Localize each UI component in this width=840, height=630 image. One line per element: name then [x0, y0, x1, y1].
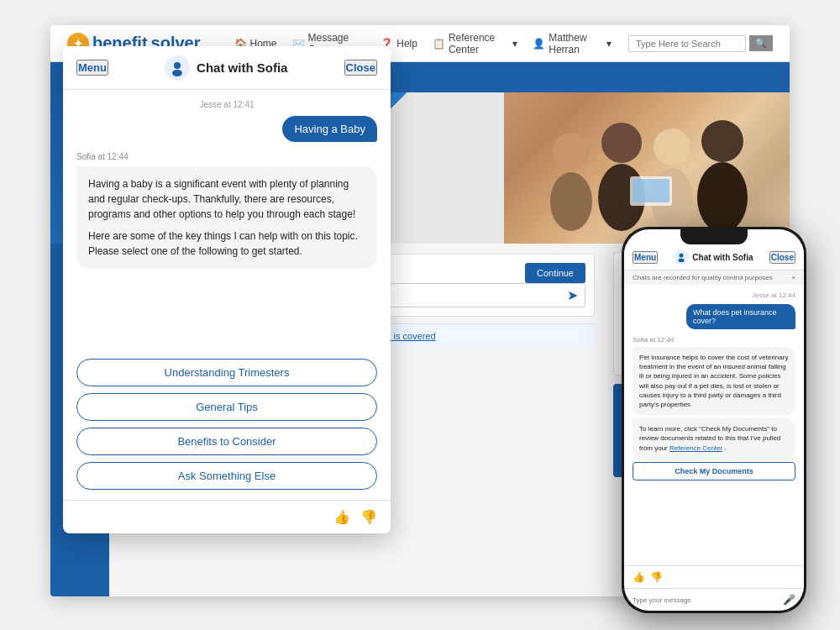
phone-chat-header: Menu Chat with Sofia Close [624, 244, 804, 270]
phone-notch [680, 229, 748, 244]
svg-point-13 [679, 259, 685, 263]
thumbs-down-button[interactable]: 👎 [360, 509, 377, 525]
sofia-paragraph-1: Having a baby is a significant event wit… [88, 176, 365, 222]
svg-point-1 [550, 172, 592, 231]
svg-point-6 [701, 120, 743, 162]
search-input[interactable] [628, 35, 746, 52]
user-timestamp: Jesse at 12:41 [76, 100, 377, 109]
phone-notice-close[interactable]: × [791, 274, 795, 281]
phone-screen: Menu Chat with Sofia Close Chats are rec… [624, 229, 804, 611]
sofia-message-bubble: Having a baby is a significant event wit… [76, 166, 377, 269]
svg-point-11 [172, 70, 182, 76]
qr-benefits-to-consider[interactable]: Benefits to Consider [76, 428, 377, 455]
phone-sofia-text-1: Pet insurance helps to cover the cost of… [633, 347, 795, 415]
user-chevron-icon: ▾ [606, 38, 612, 50]
chat-menu-button[interactable]: Menu [76, 60, 108, 76]
phone-title-area: Chat with Sofia [674, 249, 753, 265]
phone-thumbs-down-button[interactable]: 👎 [650, 571, 663, 583]
phone-user-bubble: What does pet insurance cover? [686, 304, 795, 329]
phone-footer: 👍 👎 [624, 565, 804, 588]
reference-icon: 📋 [433, 38, 445, 50]
chat-messages-area: Jesse at 12:41 Having a Baby Sofia at 12… [63, 90, 391, 359]
phone-notice-bar: Chats are recorded for quality control p… [624, 270, 804, 285]
qr-understanding-trimesters[interactable]: Understanding Trimesters [76, 359, 377, 386]
sofia-avatar [165, 55, 190, 81]
continue-button[interactable]: Continue [525, 263, 585, 283]
chat-close-button[interactable]: Close [344, 60, 377, 76]
hero-people-photo [504, 92, 790, 244]
phone-user-timestamp: Jesse at 12:44 [633, 291, 795, 299]
svg-rect-9 [633, 179, 669, 202]
user-message-bubble: Having a Baby [76, 116, 377, 142]
phone-thumbs-up-button[interactable]: 👍 [633, 571, 645, 583]
sofia-sender-label: Sofia at 12:44 [76, 152, 377, 161]
phone-check-documents-button[interactable]: Check My Documents [633, 462, 795, 480]
hero-image [504, 92, 790, 244]
nav-reference-center[interactable]: 📋 Reference Center ▾ [433, 32, 517, 55]
search-button[interactable]: 🔍 [749, 35, 773, 51]
nav-user[interactable]: 👤 Matthew Herran ▾ [533, 32, 612, 55]
phone-message-input[interactable] [633, 596, 783, 604]
nav-search-area: 🔍 [628, 35, 773, 52]
user-bubble-text: Having a Baby [282, 116, 377, 142]
phone-body: Menu Chat with Sofia Close Chats are rec… [622, 227, 806, 613]
sofia-text-content: Having a baby is a significant event wit… [76, 166, 377, 269]
chat-footer: 👍 👎 [63, 500, 391, 533]
phone-chat-title: Chat with Sofia [692, 253, 753, 262]
qr-ask-something-else[interactable]: Ask Something Else [76, 462, 377, 490]
chat-title-area: Chat with Sofia [165, 55, 287, 81]
phone-thumbs-area: 👍 👎 [633, 571, 663, 583]
send-arrow-icon[interactable]: ➤ [560, 284, 585, 307]
sofia-paragraph-2: Here are some of the key things I can he… [88, 228, 365, 259]
phone-menu-button[interactable]: Menu [633, 251, 658, 264]
svg-point-7 [697, 162, 748, 233]
user-icon: 👤 [533, 38, 545, 50]
phone-sofia-avatar [674, 249, 689, 265]
phone-reference-link[interactable]: Reference Center [669, 444, 722, 452]
phone-device: Menu Chat with Sofia Close Chats are rec… [622, 227, 806, 613]
phone-sofia-text-2: To learn more, click "Check My Documents… [633, 418, 795, 459]
desktop-chat-widget: Menu Chat with Sofia Close Jesse at 12:4… [63, 46, 391, 533]
chat-title: Chat with Sofia [197, 60, 287, 75]
chat-header: Menu Chat with Sofia Close [63, 46, 391, 90]
svg-point-4 [654, 129, 690, 165]
phone-messages-area: Jesse at 12:44 What does pet insurance c… [624, 285, 804, 565]
phone-mic-icon[interactable]: 🎤 [783, 594, 795, 606]
thumbs-up-button[interactable]: 👍 [333, 509, 350, 525]
phone-user-message: What does pet insurance cover? [633, 304, 795, 329]
phone-input-area: 🎤 [624, 588, 804, 611]
svg-point-0 [553, 133, 590, 170]
phone-close-button[interactable]: Close [769, 251, 795, 264]
svg-point-10 [174, 62, 181, 69]
phone-notice-text: Chats are recorded for quality control p… [633, 274, 773, 281]
quick-replies-area: Understanding Trimesters General Tips Be… [63, 359, 391, 500]
phone-sofia-sender: Sofia at 12:44 [633, 336, 795, 344]
qr-general-tips[interactable]: General Tips [76, 393, 377, 421]
svg-point-12 [680, 254, 684, 258]
reference-chevron-icon: ▾ [512, 38, 517, 50]
svg-point-2 [601, 123, 642, 163]
